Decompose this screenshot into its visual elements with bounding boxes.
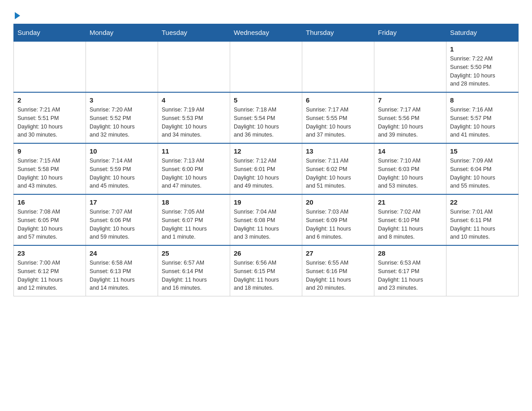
day-info: Sunrise: 6:55 AM Sunset: 6:16 PM Dayligh… [306, 259, 370, 292]
weekday-header-thursday: Thursday [302, 24, 374, 42]
day-number: 1 [450, 45, 515, 53]
day-info: Sunrise: 7:09 AM Sunset: 6:04 PM Dayligh… [450, 157, 515, 190]
calendar-cell: 16Sunrise: 7:08 AM Sunset: 6:05 PM Dayli… [14, 194, 86, 245]
day-number: 13 [306, 147, 370, 155]
calendar-cell: 15Sunrise: 7:09 AM Sunset: 6:04 PM Dayli… [446, 143, 519, 194]
calendar-cell: 17Sunrise: 7:07 AM Sunset: 6:06 PM Dayli… [86, 194, 158, 245]
day-info: Sunrise: 7:10 AM Sunset: 6:03 PM Dayligh… [378, 157, 442, 190]
day-info: Sunrise: 7:22 AM Sunset: 5:50 PM Dayligh… [450, 55, 515, 88]
day-info: Sunrise: 7:14 AM Sunset: 5:59 PM Dayligh… [90, 157, 154, 190]
day-number: 18 [162, 198, 226, 206]
calendar-cell [302, 41, 374, 92]
day-number: 23 [17, 249, 82, 257]
weekday-header-monday: Monday [86, 24, 158, 42]
day-info: Sunrise: 7:03 AM Sunset: 6:09 PM Dayligh… [306, 208, 370, 241]
calendar-cell: 26Sunrise: 6:56 AM Sunset: 6:15 PM Dayli… [230, 245, 302, 296]
day-info: Sunrise: 6:57 AM Sunset: 6:14 PM Dayligh… [162, 259, 226, 292]
day-number: 12 [234, 147, 298, 155]
day-number: 24 [90, 249, 154, 257]
calendar-cell: 14Sunrise: 7:10 AM Sunset: 6:03 PM Dayli… [374, 143, 446, 194]
logo [13, 9, 20, 19]
day-number: 11 [162, 147, 226, 155]
day-number: 14 [378, 147, 442, 155]
calendar-cell: 3Sunrise: 7:20 AM Sunset: 5:52 PM Daylig… [86, 92, 158, 143]
day-number: 26 [234, 249, 298, 257]
calendar-week-4: 16Sunrise: 7:08 AM Sunset: 6:05 PM Dayli… [14, 194, 519, 245]
day-info: Sunrise: 7:18 AM Sunset: 5:54 PM Dayligh… [234, 106, 298, 139]
calendar-cell: 9Sunrise: 7:15 AM Sunset: 5:58 PM Daylig… [14, 143, 86, 194]
logo-arrow-icon [15, 12, 20, 19]
calendar-cell [158, 41, 230, 92]
day-info: Sunrise: 6:56 AM Sunset: 6:15 PM Dayligh… [234, 259, 298, 292]
day-number: 2 [17, 96, 82, 104]
day-info: Sunrise: 7:00 AM Sunset: 6:12 PM Dayligh… [17, 259, 82, 292]
day-number: 28 [378, 249, 442, 257]
day-number: 25 [162, 249, 226, 257]
day-info: Sunrise: 7:17 AM Sunset: 5:56 PM Dayligh… [378, 106, 442, 139]
day-number: 5 [234, 96, 298, 104]
calendar-cell [14, 41, 86, 92]
calendar-week-5: 23Sunrise: 7:00 AM Sunset: 6:12 PM Dayli… [14, 245, 519, 296]
calendar-cell: 1Sunrise: 7:22 AM Sunset: 5:50 PM Daylig… [446, 41, 519, 92]
day-number: 4 [162, 96, 226, 104]
calendar-cell: 24Sunrise: 6:58 AM Sunset: 6:13 PM Dayli… [86, 245, 158, 296]
weekday-header-wednesday: Wednesday [230, 24, 302, 42]
calendar-cell: 10Sunrise: 7:14 AM Sunset: 5:59 PM Dayli… [86, 143, 158, 194]
weekday-header-sunday: Sunday [14, 24, 86, 42]
day-info: Sunrise: 7:13 AM Sunset: 6:00 PM Dayligh… [162, 157, 226, 190]
day-info: Sunrise: 7:21 AM Sunset: 5:51 PM Dayligh… [17, 106, 82, 139]
day-number: 8 [450, 96, 515, 104]
day-info: Sunrise: 7:08 AM Sunset: 6:05 PM Dayligh… [17, 208, 82, 241]
calendar-cell: 19Sunrise: 7:04 AM Sunset: 6:08 PM Dayli… [230, 194, 302, 245]
calendar-cell [446, 245, 519, 296]
calendar-week-2: 2Sunrise: 7:21 AM Sunset: 5:51 PM Daylig… [14, 92, 519, 143]
calendar-table: SundayMondayTuesdayWednesdayThursdayFrid… [13, 24, 519, 296]
calendar-cell: 13Sunrise: 7:11 AM Sunset: 6:02 PM Dayli… [302, 143, 374, 194]
day-number: 7 [378, 96, 442, 104]
day-number: 6 [306, 96, 370, 104]
day-info: Sunrise: 7:17 AM Sunset: 5:55 PM Dayligh… [306, 106, 370, 139]
day-info: Sunrise: 7:07 AM Sunset: 6:06 PM Dayligh… [90, 208, 154, 241]
day-info: Sunrise: 6:58 AM Sunset: 6:13 PM Dayligh… [90, 259, 154, 292]
calendar-cell: 27Sunrise: 6:55 AM Sunset: 6:16 PM Dayli… [302, 245, 374, 296]
calendar-cell [86, 41, 158, 92]
day-info: Sunrise: 7:02 AM Sunset: 6:10 PM Dayligh… [378, 208, 442, 241]
calendar-cell: 5Sunrise: 7:18 AM Sunset: 5:54 PM Daylig… [230, 92, 302, 143]
day-number: 10 [90, 147, 154, 155]
day-info: Sunrise: 6:53 AM Sunset: 6:17 PM Dayligh… [378, 259, 442, 292]
day-number: 9 [17, 147, 82, 155]
calendar-cell: 18Sunrise: 7:05 AM Sunset: 6:07 PM Dayli… [158, 194, 230, 245]
day-number: 17 [90, 198, 154, 206]
calendar-cell [374, 41, 446, 92]
calendar-week-1: 1Sunrise: 7:22 AM Sunset: 5:50 PM Daylig… [14, 41, 519, 92]
calendar-cell: 20Sunrise: 7:03 AM Sunset: 6:09 PM Dayli… [302, 194, 374, 245]
day-number: 21 [378, 198, 442, 206]
day-info: Sunrise: 7:01 AM Sunset: 6:11 PM Dayligh… [450, 208, 515, 241]
calendar-cell: 28Sunrise: 6:53 AM Sunset: 6:17 PM Dayli… [374, 245, 446, 296]
calendar-cell: 21Sunrise: 7:02 AM Sunset: 6:10 PM Dayli… [374, 194, 446, 245]
weekday-header-saturday: Saturday [446, 24, 519, 42]
calendar-cell: 22Sunrise: 7:01 AM Sunset: 6:11 PM Dayli… [446, 194, 519, 245]
day-number: 22 [450, 198, 515, 206]
calendar-cell [230, 41, 302, 92]
weekday-header-friday: Friday [374, 24, 446, 42]
day-info: Sunrise: 7:11 AM Sunset: 6:02 PM Dayligh… [306, 157, 370, 190]
day-number: 15 [450, 147, 515, 155]
day-info: Sunrise: 7:12 AM Sunset: 6:01 PM Dayligh… [234, 157, 298, 190]
day-number: 19 [234, 198, 298, 206]
calendar-week-3: 9Sunrise: 7:15 AM Sunset: 5:58 PM Daylig… [14, 143, 519, 194]
day-info: Sunrise: 7:05 AM Sunset: 6:07 PM Dayligh… [162, 208, 226, 241]
page-header [13, 9, 519, 19]
weekday-header-row: SundayMondayTuesdayWednesdayThursdayFrid… [14, 24, 519, 42]
calendar-cell: 4Sunrise: 7:19 AM Sunset: 5:53 PM Daylig… [158, 92, 230, 143]
calendar-cell: 12Sunrise: 7:12 AM Sunset: 6:01 PM Dayli… [230, 143, 302, 194]
day-info: Sunrise: 7:04 AM Sunset: 6:08 PM Dayligh… [234, 208, 298, 241]
weekday-header-tuesday: Tuesday [158, 24, 230, 42]
day-number: 16 [17, 198, 82, 206]
calendar-cell: 11Sunrise: 7:13 AM Sunset: 6:00 PM Dayli… [158, 143, 230, 194]
day-number: 3 [90, 96, 154, 104]
day-info: Sunrise: 7:20 AM Sunset: 5:52 PM Dayligh… [90, 106, 154, 139]
calendar-cell: 23Sunrise: 7:00 AM Sunset: 6:12 PM Dayli… [14, 245, 86, 296]
calendar-cell: 2Sunrise: 7:21 AM Sunset: 5:51 PM Daylig… [14, 92, 86, 143]
calendar-cell: 8Sunrise: 7:16 AM Sunset: 5:57 PM Daylig… [446, 92, 519, 143]
